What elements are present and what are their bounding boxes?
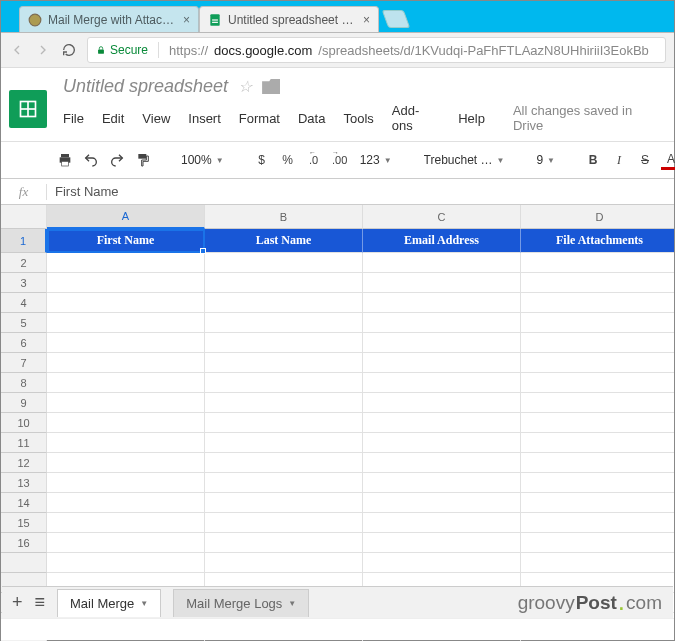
row-header-4[interactable]: 4 <box>1 293 47 313</box>
cell-B6[interactable] <box>205 333 363 353</box>
menu-file[interactable]: File <box>63 111 84 126</box>
row-header-8[interactable]: 8 <box>1 373 47 393</box>
cell-B13[interactable] <box>205 473 363 493</box>
menu-format[interactable]: Format <box>239 111 280 126</box>
cell-B11[interactable] <box>205 433 363 453</box>
row-header-3[interactable]: 3 <box>1 273 47 293</box>
menu-data[interactable]: Data <box>298 111 325 126</box>
row-header-9[interactable]: 9 <box>1 393 47 413</box>
cell-B4[interactable] <box>205 293 363 313</box>
cell-D4[interactable] <box>521 293 674 313</box>
cell-D8[interactable] <box>521 373 674 393</box>
cell-D2[interactable] <box>521 253 674 273</box>
cell-A8[interactable] <box>47 373 205 393</box>
cell-C2[interactable] <box>363 253 521 273</box>
cell-D11[interactable] <box>521 433 674 453</box>
cell-D6[interactable] <box>521 333 674 353</box>
fx-input[interactable]: First Name <box>47 184 119 199</box>
menu-addons[interactable]: Add-ons <box>392 103 440 133</box>
row-header-5[interactable]: 5 <box>1 313 47 333</box>
sheet-tab-0[interactable]: Mail Merge▼ <box>57 589 161 617</box>
cell-D5[interactable] <box>521 313 674 333</box>
row-header-15[interactable]: 15 <box>1 513 47 533</box>
cell-C13[interactable] <box>363 473 521 493</box>
browser-tab-1[interactable]: Untitled spreadsheet - Go × <box>199 6 379 32</box>
cell-A1[interactable]: First Name <box>47 229 205 253</box>
cell-D16[interactable] <box>521 533 674 553</box>
cell-C6[interactable] <box>363 333 521 353</box>
italic-button[interactable]: I <box>609 148 629 172</box>
forward-button[interactable] <box>35 42 51 58</box>
row-header-12[interactable]: 12 <box>1 453 47 473</box>
cell-B5[interactable] <box>205 313 363 333</box>
folder-icon[interactable] <box>262 79 280 94</box>
menu-edit[interactable]: Edit <box>102 111 124 126</box>
cell-A11[interactable] <box>47 433 205 453</box>
cell-C9[interactable] <box>363 393 521 413</box>
select-all-corner[interactable] <box>1 205 47 229</box>
sheets-logo[interactable] <box>9 90 47 128</box>
row-header-1[interactable]: 1 <box>1 229 47 253</box>
doc-title[interactable]: Untitled spreadsheet <box>63 76 228 97</box>
back-button[interactable] <box>9 42 25 58</box>
cell-C14[interactable] <box>363 493 521 513</box>
bold-button[interactable]: B <box>583 148 603 172</box>
cell-B17[interactable] <box>205 553 363 573</box>
zoom-dropdown[interactable]: 100%▼ <box>177 153 228 167</box>
cell-C8[interactable] <box>363 373 521 393</box>
add-sheet-button[interactable]: + <box>12 592 23 613</box>
decrease-decimal[interactable]: .0← <box>304 148 324 172</box>
cell-B14[interactable] <box>205 493 363 513</box>
increase-decimal[interactable]: .00→ <box>330 148 350 172</box>
tab-close-0[interactable]: × <box>183 14 190 26</box>
cell-B16[interactable] <box>205 533 363 553</box>
cell-A16[interactable] <box>47 533 205 553</box>
row-header-6[interactable]: 6 <box>1 333 47 353</box>
strike-button[interactable]: S <box>635 148 655 172</box>
row-header-7[interactable]: 7 <box>1 353 47 373</box>
row-header-10[interactable]: 10 <box>1 413 47 433</box>
cell-D15[interactable] <box>521 513 674 533</box>
cell-C11[interactable] <box>363 433 521 453</box>
cell-B9[interactable] <box>205 393 363 413</box>
cell-D9[interactable] <box>521 393 674 413</box>
menu-view[interactable]: View <box>142 111 170 126</box>
cell-A9[interactable] <box>47 393 205 413</box>
cell-D12[interactable] <box>521 453 674 473</box>
sheet-tab-1[interactable]: Mail Merge Logs▼ <box>173 589 309 617</box>
cell-B15[interactable] <box>205 513 363 533</box>
spreadsheet-grid[interactable]: ABCD1First NameLast NameEmail AddressFil… <box>1 205 674 641</box>
cell-C1[interactable]: Email Address <box>363 229 521 253</box>
cell-A10[interactable] <box>47 413 205 433</box>
cell-B10[interactable] <box>205 413 363 433</box>
paint-format-button[interactable] <box>133 148 153 172</box>
cell-D10[interactable] <box>521 413 674 433</box>
menu-tools[interactable]: Tools <box>343 111 373 126</box>
cell-A5[interactable] <box>47 313 205 333</box>
cell-D17[interactable] <box>521 553 674 573</box>
cell-A7[interactable] <box>47 353 205 373</box>
cell-B12[interactable] <box>205 453 363 473</box>
print-button[interactable] <box>55 148 75 172</box>
cell-C10[interactable] <box>363 413 521 433</box>
row-header-13[interactable]: 13 <box>1 473 47 493</box>
font-size-dropdown[interactable]: 9▼ <box>532 153 559 167</box>
cell-B1[interactable]: Last Name <box>205 229 363 253</box>
row-header-16[interactable]: 16 <box>1 533 47 553</box>
cell-C17[interactable] <box>363 553 521 573</box>
cell-C3[interactable] <box>363 273 521 293</box>
row-header-2[interactable]: 2 <box>1 253 47 273</box>
cell-A15[interactable] <box>47 513 205 533</box>
reload-button[interactable] <box>61 42 77 58</box>
cell-A4[interactable] <box>47 293 205 313</box>
redo-button[interactable] <box>107 148 127 172</box>
cell-A17[interactable] <box>47 553 205 573</box>
cell-D7[interactable] <box>521 353 674 373</box>
browser-tab-0[interactable]: Mail Merge with Attachm × <box>19 6 199 32</box>
row-header-11[interactable]: 11 <box>1 433 47 453</box>
cell-A2[interactable] <box>47 253 205 273</box>
cell-B8[interactable] <box>205 373 363 393</box>
cell-D3[interactable] <box>521 273 674 293</box>
tab-close-1[interactable]: × <box>363 14 370 26</box>
format-percent[interactable]: % <box>278 148 298 172</box>
